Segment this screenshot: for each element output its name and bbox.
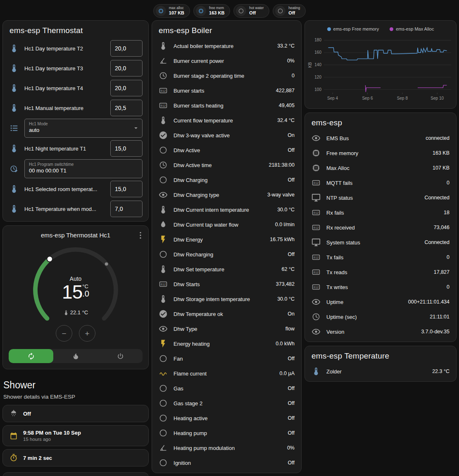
entity-row[interactable]: 012Rx received73,046 — [305, 220, 456, 235]
badge-icon-circle — [275, 6, 285, 16]
timer-icon — [10, 454, 18, 462]
svg-text:KB: KB — [308, 62, 312, 68]
entity-row[interactable]: Dhw Temperature okOn — [152, 306, 301, 321]
settings-row: Hc1 Day temperature T420,0 — [3, 78, 148, 98]
number-input-value: 20,0 — [115, 85, 126, 91]
svg-text:012: 012 — [314, 182, 319, 185]
entity-name: NTP status — [326, 195, 419, 201]
more-menu-button[interactable] — [136, 231, 145, 240]
badge-value: Off — [288, 10, 300, 16]
entity-value: Connected — [425, 239, 449, 245]
entity-row[interactable]: 012Burner starts422,887 — [152, 83, 301, 98]
entity-row[interactable]: Flame current0.0 µA — [152, 366, 301, 381]
current-ac-icon — [159, 369, 168, 378]
shower-card[interactable]: 7 min 2 sec — [2, 449, 149, 466]
entity-row[interactable]: Dhw ActiveOff — [152, 143, 301, 158]
entity-row[interactable]: Uptime (sec)21:11:01 — [305, 309, 456, 324]
entity-row[interactable]: Dhw ChargingOff — [152, 172, 301, 187]
entity-row[interactable]: IgnitionOff — [152, 455, 301, 470]
chip-icon — [312, 148, 321, 158]
number-input[interactable]: 20,0 — [110, 40, 143, 57]
circle-outline-icon — [159, 146, 168, 155]
entity-row[interactable]: FanOff — [152, 351, 301, 366]
svg-text:Sep 4: Sep 4 — [327, 96, 338, 100]
shower-card[interactable]: 9:58 PM on Tue 10 Sep15 hours ago — [2, 425, 149, 446]
entity-row[interactable]: Zolder22.3 °C — [305, 364, 456, 379]
eye-icon — [159, 190, 168, 199]
entity-row[interactable]: Actual boiler temperature33.2 °C — [152, 38, 301, 53]
entity-row[interactable]: Current flow temperature32.4 °C — [152, 113, 301, 128]
number-input[interactable]: 20,0 — [110, 80, 143, 96]
entity-row[interactable]: Dhw Active time2181:38:00 — [152, 158, 301, 172]
shower-primary: Off — [23, 411, 31, 417]
water-pump-icon — [159, 220, 168, 229]
heat-mode-button[interactable] — [53, 349, 98, 363]
entity-row[interactable]: Dhw Energy16.75 kWh — [152, 232, 301, 247]
auto-mode-button[interactable] — [9, 349, 53, 363]
badge[interactable]: free mem163 KB — [193, 4, 230, 18]
legend-item[interactable]: ems-esp Max Alloc — [390, 26, 434, 31]
entity-row[interactable]: Gas stage 2Off — [152, 396, 301, 411]
number-input[interactable]: 20,5 — [110, 100, 143, 116]
select-input[interactable]: Hc1 Modeauto — [24, 119, 143, 138]
entity-row[interactable]: Max Alloc107 KB — [305, 160, 456, 175]
monitor-icon — [312, 193, 321, 202]
entity-row[interactable]: Burner stage 2 operating time0 — [152, 68, 301, 83]
badge[interactable]: max alloc107 KB — [153, 4, 190, 18]
legend-label: ems-esp Max Alloc — [396, 26, 434, 31]
entity-row[interactable]: 012MQTT fails0 — [305, 175, 456, 190]
number-input[interactable]: 20,0 — [110, 60, 143, 77]
entity-row[interactable]: GasOff — [152, 381, 301, 396]
auto-mode-icon — [27, 352, 35, 360]
entity-row[interactable]: Dhw Set temperature62 °C — [152, 262, 301, 277]
entity-row[interactable]: EMS Busconnected — [305, 131, 456, 146]
circle-outline-icon — [159, 384, 168, 393]
entity-row[interactable]: Dhw Current tap water flow0.0 l/min — [152, 217, 301, 232]
entity-row[interactable]: Dhw Storage intern temperature30.0 °C — [152, 292, 301, 306]
entity-row[interactable]: Burner current power0% — [152, 53, 301, 68]
entity-row[interactable]: Heating activeOff — [152, 411, 301, 426]
circle-outline-icon — [159, 458, 168, 467]
entity-row[interactable]: 012Tx fails0 — [305, 250, 456, 265]
entity-row[interactable]: 012Tx writes0 — [305, 280, 456, 294]
entity-name: Uptime (sec) — [326, 314, 424, 320]
thermometer-icon — [159, 205, 168, 214]
decrease-button[interactable]: − — [56, 325, 72, 342]
text-input[interactable]: Hc1 Program switchtime00 mo 00:00 T1 — [24, 159, 143, 178]
entity-row[interactable]: Energy heating0.0 kWh — [152, 336, 301, 351]
increase-button[interactable]: + — [79, 325, 95, 342]
off-mode-button[interactable] — [98, 349, 143, 363]
shower-card[interactable]: Off — [2, 405, 149, 422]
chevron-down-icon — [132, 124, 140, 132]
entity-row[interactable]: Free memory163 KB — [305, 146, 456, 160]
entity-row[interactable]: 012Dhw Starts373,482 — [152, 277, 301, 292]
entity-row[interactable]: Dhw 3-way valve activeOn — [152, 128, 301, 143]
badge[interactable]: heatingOff — [273, 4, 306, 18]
shower-card[interactable] — [2, 472, 149, 476]
entity-row[interactable]: 012Rx fails18 — [305, 205, 456, 220]
entity-row[interactable]: Heating pumpOff — [152, 426, 301, 440]
entity-value: 0.0 µA — [280, 371, 295, 376]
counter-icon: 012 — [159, 101, 168, 110]
entity-row[interactable]: Dhw Charging type3-way valve — [152, 187, 301, 202]
entity-row[interactable]: 012Tx reads17,827 — [305, 265, 456, 280]
entity-row[interactable]: Version3.7.0-dev.35 — [305, 324, 456, 339]
entity-row[interactable]: Dhw Current intern temperature30.0 °C — [152, 202, 301, 217]
entity-row[interactable]: Uptime000+21:11:01.434 — [305, 294, 456, 309]
number-input[interactable]: 15,0 — [110, 140, 143, 157]
badge[interactable]: hot waterOff — [233, 4, 269, 18]
entity-value: 33.2 °C — [277, 43, 295, 49]
thermometer-icon — [159, 265, 168, 274]
entity-row[interactable]: NTP statusConnected — [305, 190, 456, 205]
entity-row[interactable]: Dhw RechargingOff — [152, 247, 301, 262]
entity-row[interactable]: Heating pump modulation0% — [152, 440, 301, 455]
number-input[interactable]: 7,0 — [110, 201, 143, 217]
entity-row[interactable]: System statusConnected — [305, 235, 456, 250]
thermostat-dial[interactable]: Auto 15°C.0 22.1 °C − + — [3, 240, 148, 346]
entity-row[interactable]: Dhw Typeflow — [152, 321, 301, 336]
number-input-value: 15,0 — [115, 145, 126, 152]
entity-row[interactable]: 012Burner starts heating49,405 — [152, 98, 301, 113]
target-handle[interactable] — [47, 256, 52, 262]
legend-item[interactable]: ems-esp Free memory — [327, 26, 379, 31]
number-input[interactable]: 15,0 — [110, 181, 143, 197]
